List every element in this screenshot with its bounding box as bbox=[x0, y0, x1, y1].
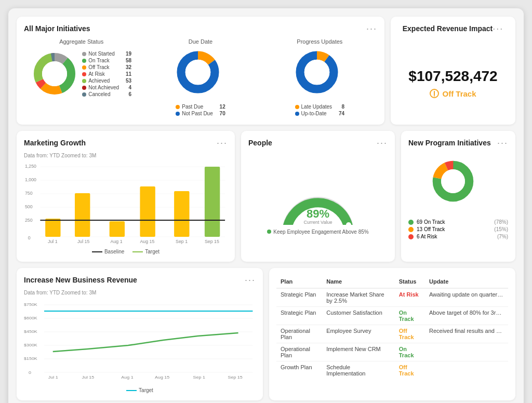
td-name: Schedule Implementation bbox=[322, 361, 395, 380]
marketing-title: Marketing Growth bbox=[24, 139, 86, 147]
td-update: Above target of 80% for 3rd cons bbox=[425, 307, 508, 325]
svg-text:$450K: $450K bbox=[24, 329, 37, 333]
svg-text:Sep 15: Sep 15 bbox=[205, 239, 219, 244]
svg-rect-32 bbox=[45, 219, 60, 237]
svg-text:Jul 1: Jul 1 bbox=[48, 239, 58, 244]
new-program-legend: 69 On Track (78%) 13 Off Track (15%) 6 A… bbox=[408, 219, 508, 241]
svg-point-16 bbox=[304, 60, 330, 85]
td-plan: Strategic Plan bbox=[276, 307, 322, 325]
svg-text:250: 250 bbox=[25, 218, 33, 223]
aggregate-legend: Not Started19 On Track58 Off Track32 At … bbox=[82, 51, 131, 98]
people-card: People ··· 89% Curren bbox=[241, 131, 395, 262]
due-date-section: Due Date Past Due12 Not Pas bbox=[143, 38, 258, 117]
col-status: Status bbox=[395, 275, 425, 288]
td-plan: Operational Plan bbox=[276, 325, 322, 343]
marketing-legend: Baseline Target bbox=[24, 249, 228, 254]
people-goal: Keep Employee Engagement Above 85% bbox=[267, 229, 368, 235]
svg-rect-35 bbox=[140, 186, 155, 237]
table-card: Plan Name Status Update Strategic PlanIn… bbox=[269, 268, 515, 400]
svg-text:Aug 1: Aug 1 bbox=[111, 239, 123, 244]
target-line-legend: Target bbox=[126, 387, 153, 393]
svg-text:$600K: $600K bbox=[24, 315, 37, 320]
td-plan: Operational Plan bbox=[276, 343, 322, 361]
revenue-status: Off Track bbox=[430, 89, 476, 98]
svg-text:Aug 1: Aug 1 bbox=[121, 374, 134, 379]
new-business-title: Increase New Business Revenue bbox=[24, 276, 137, 284]
svg-text:1,250: 1,250 bbox=[25, 164, 36, 169]
new-program-title: New Program Initiatives bbox=[408, 139, 491, 147]
svg-text:Aug 15: Aug 15 bbox=[140, 239, 154, 244]
new-program-more[interactable]: ··· bbox=[497, 138, 508, 147]
td-status: Off Track bbox=[395, 361, 425, 380]
marketing-growth-card: Marketing Growth ··· Data from: YTD Zoom… bbox=[17, 131, 235, 262]
revenue-amount: $107,528,472 bbox=[408, 68, 497, 85]
td-plan: Growth Plan bbox=[276, 361, 322, 380]
table-row: Strategic PlanIncrease Market Share by 2… bbox=[276, 288, 508, 307]
new-business-chart: $750K $600K $450K $300K $150K 0 bbox=[24, 300, 256, 384]
all-major-initiatives-more[interactable]: ··· bbox=[366, 24, 377, 33]
new-business-more[interactable]: ··· bbox=[245, 275, 256, 285]
svg-rect-36 bbox=[174, 191, 189, 237]
at-risk-legend: 6 At Risk (7%) bbox=[408, 234, 508, 239]
svg-text:0: 0 bbox=[28, 235, 31, 240]
td-name: Customer Satisfaction bbox=[322, 307, 395, 325]
svg-text:Sep 1: Sep 1 bbox=[176, 239, 188, 244]
col-name: Name bbox=[322, 275, 395, 288]
svg-text:Jul 1: Jul 1 bbox=[48, 374, 58, 379]
td-update: Received final results and compi bbox=[425, 325, 508, 343]
revenue-card: Expected Revenue Impact ··· $107,528,472… bbox=[391, 17, 515, 125]
revenue-more[interactable]: ··· bbox=[493, 24, 503, 33]
col-plan: Plan bbox=[276, 275, 322, 288]
svg-text:$300K: $300K bbox=[24, 342, 37, 347]
marketing-more[interactable]: ··· bbox=[217, 138, 228, 147]
due-date-donut bbox=[175, 49, 227, 101]
progress-donut bbox=[294, 49, 345, 101]
svg-point-19 bbox=[434, 96, 435, 97]
td-name: Employee Survey bbox=[322, 325, 395, 343]
td-update: Awaiting update on quarterly imp bbox=[425, 288, 508, 307]
off-track-legend: 13 Off Track (15%) bbox=[408, 226, 508, 232]
due-date-legend: Past Due12 Not Past Due70 bbox=[176, 104, 225, 117]
people-more[interactable]: ··· bbox=[377, 138, 388, 147]
svg-text:500: 500 bbox=[25, 204, 33, 209]
aggregate-donut bbox=[31, 50, 78, 97]
progress-legend: Late Updates8 Up-to-Date74 bbox=[295, 104, 345, 117]
new-program-card: New Program Initiatives ··· bbox=[401, 131, 515, 262]
all-major-initiatives-card: All Major Initiatives ··· Aggregate Stat… bbox=[17, 17, 384, 125]
td-status: On Track bbox=[395, 307, 425, 325]
new-program-donut-chart bbox=[430, 158, 487, 215]
new-business-meta: Data from: YTD Zoomed to: 3M bbox=[24, 290, 256, 295]
col-update: Update bbox=[425, 275, 508, 288]
td-status: At Risk bbox=[395, 288, 425, 307]
svg-text:$150K: $150K bbox=[24, 356, 37, 360]
td-update bbox=[425, 343, 508, 361]
svg-text:Sep 15: Sep 15 bbox=[228, 374, 243, 379]
target-legend: Target bbox=[132, 249, 159, 254]
svg-text:1,000: 1,000 bbox=[25, 177, 36, 182]
td-plan: Strategic Plan bbox=[276, 288, 322, 307]
initiatives-table: Plan Name Status Update Strategic PlanIn… bbox=[276, 275, 508, 379]
dashboard: All Major Initiatives ··· Aggregate Stat… bbox=[8, 8, 524, 403]
svg-text:$750K: $750K bbox=[24, 302, 37, 306]
svg-text:Sep 1: Sep 1 bbox=[193, 374, 206, 379]
off-track-icon bbox=[430, 89, 439, 98]
svg-text:0: 0 bbox=[29, 370, 31, 374]
td-status: On Track bbox=[395, 343, 425, 361]
svg-rect-33 bbox=[75, 193, 90, 237]
td-update bbox=[425, 361, 508, 380]
progress-updates-section: Progress Updates Late Updates8 bbox=[262, 38, 377, 117]
svg-point-12 bbox=[185, 60, 211, 85]
revenue-title: Expected Revenue Impact bbox=[403, 24, 493, 33]
table-row: Operational PlanEmployee SurveyOff Track… bbox=[276, 325, 508, 343]
all-major-initiatives-title: All Major Initiatives bbox=[24, 24, 90, 33]
new-business-legend: Target bbox=[24, 387, 256, 393]
progress-updates-title: Progress Updates bbox=[297, 38, 342, 45]
svg-rect-34 bbox=[110, 221, 125, 237]
td-name: Implement New CRM bbox=[322, 343, 395, 361]
svg-text:Aug 15: Aug 15 bbox=[155, 374, 170, 379]
table-row: Strategic PlanCustomer SatisfactionOn Tr… bbox=[276, 307, 508, 325]
aggregate-status-section: Aggregate Status bbox=[24, 38, 139, 98]
gauge-value: 89% Current Value bbox=[304, 208, 332, 225]
svg-point-51 bbox=[441, 169, 465, 193]
people-title: People bbox=[248, 139, 272, 147]
